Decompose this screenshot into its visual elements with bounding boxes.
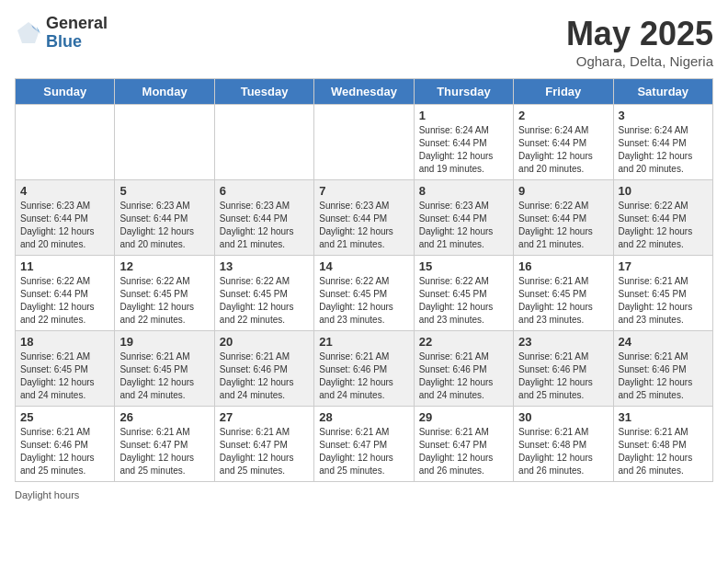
- footer-label: Daylight hours: [15, 489, 713, 500]
- day-number: 30: [518, 410, 608, 424]
- day-number: 25: [20, 410, 109, 424]
- col-header-tuesday: Tuesday: [214, 79, 313, 105]
- day-info: Sunrise: 6:23 AMSunset: 6:44 PMDaylight:…: [419, 200, 508, 251]
- logo-general: General: [46, 15, 108, 33]
- day-number: 31: [619, 410, 708, 424]
- day-info: Sunrise: 6:21 AMSunset: 6:47 PMDaylight:…: [419, 426, 508, 477]
- day-number: 20: [220, 335, 309, 349]
- calendar-cell: 19Sunrise: 6:21 AMSunset: 6:45 PMDayligh…: [115, 331, 214, 407]
- calendar-cell: 5Sunrise: 6:23 AMSunset: 6:44 PMDaylight…: [115, 180, 214, 256]
- calendar-cell: 21Sunrise: 6:21 AMSunset: 6:46 PMDayligh…: [314, 331, 414, 407]
- day-number: 5: [119, 184, 209, 198]
- day-number: 21: [319, 335, 408, 349]
- day-number: 9: [518, 184, 608, 198]
- logo-icon: [15, 19, 42, 47]
- calendar-cell: 2Sunrise: 6:24 AMSunset: 6:44 PMDaylight…: [514, 105, 613, 180]
- day-info: Sunrise: 6:24 AMSunset: 6:44 PMDaylight:…: [419, 124, 508, 176]
- day-number: 19: [119, 335, 209, 349]
- day-number: 14: [319, 259, 408, 273]
- day-number: 24: [619, 335, 708, 349]
- col-header-sunday: Sunday: [16, 79, 115, 105]
- day-info: Sunrise: 6:21 AMSunset: 6:46 PMDaylight:…: [619, 350, 708, 402]
- calendar-cell: 15Sunrise: 6:22 AMSunset: 6:45 PMDayligh…: [414, 256, 513, 331]
- day-info: Sunrise: 6:21 AMSunset: 6:47 PMDaylight:…: [319, 426, 408, 477]
- calendar-week-2: 4Sunrise: 6:23 AMSunset: 6:44 PMDaylight…: [16, 180, 713, 256]
- day-info: Sunrise: 6:24 AMSunset: 6:44 PMDaylight:…: [619, 124, 708, 176]
- page-title: May 2025: [566, 15, 713, 53]
- day-number: 29: [419, 410, 508, 424]
- logo: General Blue: [15, 15, 108, 52]
- calendar-cell: 4Sunrise: 6:23 AMSunset: 6:44 PMDaylight…: [16, 180, 115, 256]
- day-number: 4: [20, 184, 109, 198]
- col-header-saturday: Saturday: [613, 79, 712, 105]
- day-info: Sunrise: 6:23 AMSunset: 6:44 PMDaylight:…: [20, 200, 109, 251]
- calendar-cell: 20Sunrise: 6:21 AMSunset: 6:46 PMDayligh…: [214, 331, 313, 407]
- day-info: Sunrise: 6:21 AMSunset: 6:47 PMDaylight:…: [220, 426, 309, 477]
- day-number: 15: [419, 259, 508, 273]
- calendar-week-1: 1Sunrise: 6:24 AMSunset: 6:44 PMDaylight…: [16, 105, 713, 180]
- day-info: Sunrise: 6:21 AMSunset: 6:45 PMDaylight:…: [619, 275, 708, 327]
- day-number: 13: [220, 259, 309, 273]
- day-number: 26: [119, 410, 209, 424]
- logo-blue: Blue: [46, 33, 108, 52]
- calendar-header-row: SundayMondayTuesdayWednesdayThursdayFrid…: [16, 79, 713, 105]
- calendar-cell: 9Sunrise: 6:22 AMSunset: 6:44 PMDaylight…: [514, 180, 613, 256]
- calendar-cell: 1Sunrise: 6:24 AMSunset: 6:44 PMDaylight…: [414, 105, 513, 180]
- day-info: Sunrise: 6:21 AMSunset: 6:48 PMDaylight:…: [518, 426, 608, 477]
- title-area: May 2025 Oghara, Delta, Nigeria: [566, 15, 713, 69]
- day-info: Sunrise: 6:21 AMSunset: 6:46 PMDaylight:…: [20, 426, 109, 477]
- calendar-cell: 16Sunrise: 6:21 AMSunset: 6:45 PMDayligh…: [514, 256, 613, 331]
- calendar-cell: 18Sunrise: 6:21 AMSunset: 6:45 PMDayligh…: [16, 331, 115, 407]
- day-number: 16: [518, 259, 608, 273]
- calendar-cell: 17Sunrise: 6:21 AMSunset: 6:45 PMDayligh…: [613, 256, 712, 331]
- calendar-table: SundayMondayTuesdayWednesdayThursdayFrid…: [15, 78, 713, 482]
- calendar-cell: [214, 105, 313, 180]
- calendar-cell: 25Sunrise: 6:21 AMSunset: 6:46 PMDayligh…: [16, 407, 115, 482]
- calendar-cell: [115, 105, 214, 180]
- day-number: 22: [419, 335, 508, 349]
- day-number: 28: [319, 410, 408, 424]
- calendar-cell: 8Sunrise: 6:23 AMSunset: 6:44 PMDaylight…: [414, 180, 513, 256]
- day-number: 8: [419, 184, 508, 198]
- day-number: 18: [20, 335, 109, 349]
- day-info: Sunrise: 6:21 AMSunset: 6:46 PMDaylight:…: [518, 350, 608, 402]
- day-info: Sunrise: 6:22 AMSunset: 6:44 PMDaylight:…: [518, 200, 608, 251]
- page-header: General Blue May 2025 Oghara, Delta, Nig…: [15, 15, 713, 69]
- day-info: Sunrise: 6:21 AMSunset: 6:45 PMDaylight:…: [518, 275, 608, 327]
- calendar-cell: 26Sunrise: 6:21 AMSunset: 6:47 PMDayligh…: [115, 407, 214, 482]
- calendar-cell: 6Sunrise: 6:23 AMSunset: 6:44 PMDaylight…: [214, 180, 313, 256]
- day-number: 3: [619, 109, 708, 122]
- page-subtitle: Oghara, Delta, Nigeria: [566, 53, 713, 69]
- day-info: Sunrise: 6:22 AMSunset: 6:45 PMDaylight:…: [119, 275, 209, 327]
- calendar-cell: [16, 105, 115, 180]
- day-info: Sunrise: 6:22 AMSunset: 6:45 PMDaylight:…: [220, 275, 309, 327]
- calendar-cell: 12Sunrise: 6:22 AMSunset: 6:45 PMDayligh…: [115, 256, 214, 331]
- calendar-cell: 13Sunrise: 6:22 AMSunset: 6:45 PMDayligh…: [214, 256, 313, 331]
- day-number: 12: [119, 259, 209, 273]
- day-info: Sunrise: 6:21 AMSunset: 6:46 PMDaylight:…: [220, 350, 309, 402]
- day-info: Sunrise: 6:21 AMSunset: 6:46 PMDaylight:…: [419, 350, 508, 402]
- day-number: 1: [419, 109, 508, 122]
- day-number: 27: [220, 410, 309, 424]
- day-info: Sunrise: 6:22 AMSunset: 6:44 PMDaylight:…: [20, 275, 109, 327]
- day-info: Sunrise: 6:21 AMSunset: 6:46 PMDaylight:…: [319, 350, 408, 402]
- day-info: Sunrise: 6:23 AMSunset: 6:44 PMDaylight:…: [220, 200, 309, 251]
- day-number: 17: [619, 259, 708, 273]
- calendar-cell: 23Sunrise: 6:21 AMSunset: 6:46 PMDayligh…: [514, 331, 613, 407]
- col-header-wednesday: Wednesday: [314, 79, 414, 105]
- calendar-cell: 27Sunrise: 6:21 AMSunset: 6:47 PMDayligh…: [214, 407, 313, 482]
- day-info: Sunrise: 6:22 AMSunset: 6:45 PMDaylight:…: [319, 275, 408, 327]
- day-info: Sunrise: 6:22 AMSunset: 6:44 PMDaylight:…: [619, 200, 708, 251]
- calendar-cell: 29Sunrise: 6:21 AMSunset: 6:47 PMDayligh…: [414, 407, 513, 482]
- calendar-cell: 28Sunrise: 6:21 AMSunset: 6:47 PMDayligh…: [314, 407, 414, 482]
- col-header-thursday: Thursday: [414, 79, 513, 105]
- calendar-week-5: 25Sunrise: 6:21 AMSunset: 6:46 PMDayligh…: [16, 407, 713, 482]
- day-info: Sunrise: 6:24 AMSunset: 6:44 PMDaylight:…: [518, 124, 608, 176]
- day-info: Sunrise: 6:21 AMSunset: 6:45 PMDaylight:…: [119, 350, 209, 402]
- day-number: 6: [220, 184, 309, 198]
- calendar-cell: 31Sunrise: 6:21 AMSunset: 6:48 PMDayligh…: [613, 407, 712, 482]
- calendar-cell: 30Sunrise: 6:21 AMSunset: 6:48 PMDayligh…: [514, 407, 613, 482]
- day-number: 10: [619, 184, 708, 198]
- calendar-cell: 22Sunrise: 6:21 AMSunset: 6:46 PMDayligh…: [414, 331, 513, 407]
- day-info: Sunrise: 6:21 AMSunset: 6:48 PMDaylight:…: [619, 426, 708, 477]
